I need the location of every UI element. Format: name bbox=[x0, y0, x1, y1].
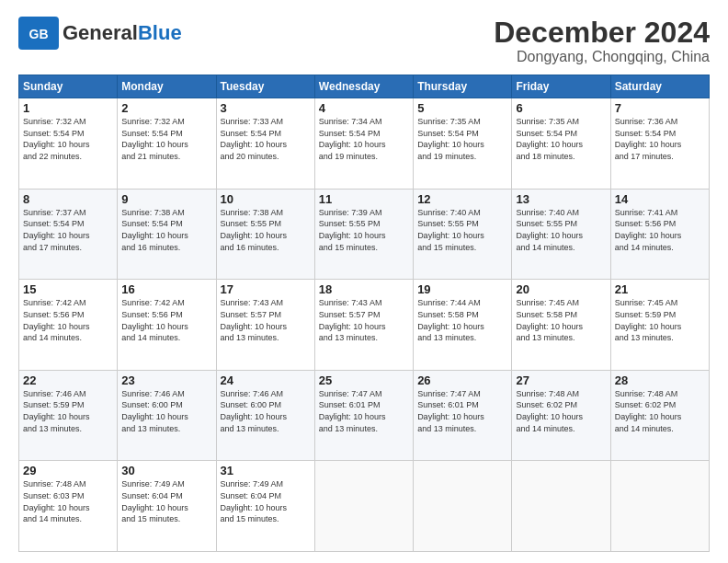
day-info: Sunrise: 7:44 AM Sunset: 5:58 PM Dayligh… bbox=[417, 297, 507, 343]
day-number: 18 bbox=[319, 282, 409, 296]
day-info: Sunrise: 7:41 AM Sunset: 5:56 PM Dayligh… bbox=[615, 207, 705, 253]
calendar-cell: 16Sunrise: 7:42 AM Sunset: 5:56 PM Dayli… bbox=[118, 280, 216, 371]
day-info: Sunrise: 7:43 AM Sunset: 5:57 PM Dayligh… bbox=[221, 297, 311, 343]
calendar-cell: 1Sunrise: 7:32 AM Sunset: 5:54 PM Daylig… bbox=[19, 98, 118, 190]
calendar-cell: 11Sunrise: 7:39 AM Sunset: 5:55 PM Dayli… bbox=[314, 189, 413, 280]
calendar-cell: 31Sunrise: 7:49 AM Sunset: 6:04 PM Dayli… bbox=[216, 461, 314, 552]
header: GB GeneralBlue December 2024 Dongyang, C… bbox=[18, 17, 710, 65]
calendar-cell: 20Sunrise: 7:45 AM Sunset: 5:58 PM Dayli… bbox=[512, 280, 610, 371]
calendar-header: Sunday Monday Tuesday Wednesday Thursday… bbox=[19, 75, 710, 98]
day-number: 24 bbox=[221, 373, 311, 387]
day-number: 13 bbox=[516, 192, 606, 206]
day-number: 26 bbox=[417, 373, 507, 387]
calendar-week-3: 15Sunrise: 7:42 AM Sunset: 5:56 PM Dayli… bbox=[19, 280, 710, 371]
logo-general: General bbox=[63, 21, 138, 44]
calendar-cell: 24Sunrise: 7:46 AM Sunset: 6:00 PM Dayli… bbox=[216, 370, 314, 461]
calendar-cell: 29Sunrise: 7:48 AM Sunset: 6:03 PM Dayli… bbox=[19, 461, 118, 552]
day-number: 22 bbox=[23, 373, 113, 387]
day-info: Sunrise: 7:35 AM Sunset: 5:54 PM Dayligh… bbox=[516, 116, 606, 162]
day-info: Sunrise: 7:36 AM Sunset: 5:54 PM Dayligh… bbox=[615, 116, 705, 162]
calendar-cell bbox=[314, 461, 413, 552]
day-info: Sunrise: 7:46 AM Sunset: 6:00 PM Dayligh… bbox=[121, 388, 211, 434]
day-number: 6 bbox=[516, 101, 606, 115]
day-info: Sunrise: 7:46 AM Sunset: 6:00 PM Dayligh… bbox=[221, 388, 311, 434]
day-info: Sunrise: 7:42 AM Sunset: 5:56 PM Dayligh… bbox=[121, 297, 211, 343]
day-info: Sunrise: 7:37 AM Sunset: 5:54 PM Dayligh… bbox=[23, 207, 113, 253]
calendar-cell: 27Sunrise: 7:48 AM Sunset: 6:02 PM Dayli… bbox=[512, 370, 610, 461]
day-info: Sunrise: 7:48 AM Sunset: 6:02 PM Dayligh… bbox=[615, 388, 705, 434]
day-info: Sunrise: 7:35 AM Sunset: 5:54 PM Dayligh… bbox=[417, 116, 507, 162]
calendar-cell: 22Sunrise: 7:46 AM Sunset: 5:59 PM Dayli… bbox=[19, 370, 118, 461]
day-number: 20 bbox=[516, 282, 606, 296]
day-number: 30 bbox=[121, 464, 211, 477]
day-number: 10 bbox=[221, 192, 311, 206]
day-number: 15 bbox=[23, 282, 113, 296]
calendar-cell: 18Sunrise: 7:43 AM Sunset: 5:57 PM Dayli… bbox=[314, 280, 413, 371]
page: GB GeneralBlue December 2024 Dongyang, C… bbox=[0, 0, 728, 563]
calendar-cell: 12Sunrise: 7:40 AM Sunset: 5:55 PM Dayli… bbox=[414, 189, 512, 280]
day-number: 4 bbox=[319, 101, 409, 115]
day-number: 1 bbox=[23, 101, 113, 115]
calendar-cell: 6Sunrise: 7:35 AM Sunset: 5:54 PM Daylig… bbox=[512, 98, 610, 190]
day-info: Sunrise: 7:38 AM Sunset: 5:54 PM Dayligh… bbox=[121, 207, 211, 253]
calendar-cell: 14Sunrise: 7:41 AM Sunset: 5:56 PM Dayli… bbox=[610, 189, 709, 280]
day-info: Sunrise: 7:48 AM Sunset: 6:03 PM Dayligh… bbox=[23, 478, 113, 524]
day-info: Sunrise: 7:49 AM Sunset: 6:04 PM Dayligh… bbox=[121, 478, 211, 524]
day-info: Sunrise: 7:47 AM Sunset: 6:01 PM Dayligh… bbox=[417, 388, 507, 434]
day-number: 25 bbox=[319, 373, 409, 387]
day-number: 31 bbox=[221, 464, 311, 477]
calendar-cell: 5Sunrise: 7:35 AM Sunset: 5:54 PM Daylig… bbox=[414, 98, 512, 190]
day-info: Sunrise: 7:45 AM Sunset: 5:59 PM Dayligh… bbox=[615, 297, 705, 343]
calendar-cell: 7Sunrise: 7:36 AM Sunset: 5:54 PM Daylig… bbox=[610, 98, 709, 190]
calendar-cell: 3Sunrise: 7:33 AM Sunset: 5:54 PM Daylig… bbox=[216, 98, 314, 190]
title-block: December 2024 Dongyang, Chongqing, China bbox=[494, 17, 710, 65]
svg-text:GB: GB bbox=[29, 27, 49, 41]
calendar-table: Sunday Monday Tuesday Wednesday Thursday… bbox=[18, 75, 710, 552]
day-info: Sunrise: 7:43 AM Sunset: 5:57 PM Dayligh… bbox=[319, 297, 409, 343]
day-number: 9 bbox=[121, 192, 211, 206]
calendar-week-4: 22Sunrise: 7:46 AM Sunset: 5:59 PM Dayli… bbox=[19, 370, 710, 461]
day-info: Sunrise: 7:33 AM Sunset: 5:54 PM Dayligh… bbox=[221, 116, 311, 162]
col-wednesday: Wednesday bbox=[314, 75, 413, 98]
day-info: Sunrise: 7:40 AM Sunset: 5:55 PM Dayligh… bbox=[516, 207, 606, 253]
day-number: 16 bbox=[121, 282, 211, 296]
day-number: 17 bbox=[221, 282, 311, 296]
calendar-cell: 9Sunrise: 7:38 AM Sunset: 5:54 PM Daylig… bbox=[118, 189, 216, 280]
day-info: Sunrise: 7:46 AM Sunset: 5:59 PM Dayligh… bbox=[23, 388, 113, 434]
calendar-cell: 8Sunrise: 7:37 AM Sunset: 5:54 PM Daylig… bbox=[19, 189, 118, 280]
col-saturday: Saturday bbox=[610, 75, 709, 98]
calendar-cell bbox=[414, 461, 512, 552]
calendar-cell: 13Sunrise: 7:40 AM Sunset: 5:55 PM Dayli… bbox=[512, 189, 610, 280]
calendar-cell: 10Sunrise: 7:38 AM Sunset: 5:55 PM Dayli… bbox=[216, 189, 314, 280]
day-number: 2 bbox=[121, 101, 211, 115]
day-number: 7 bbox=[615, 101, 705, 115]
calendar-cell: 15Sunrise: 7:42 AM Sunset: 5:56 PM Dayli… bbox=[19, 280, 118, 371]
day-number: 8 bbox=[23, 192, 113, 206]
calendar-cell: 21Sunrise: 7:45 AM Sunset: 5:59 PM Dayli… bbox=[610, 280, 709, 371]
calendar-cell: 19Sunrise: 7:44 AM Sunset: 5:58 PM Dayli… bbox=[414, 280, 512, 371]
day-number: 12 bbox=[417, 192, 507, 206]
calendar-cell: 30Sunrise: 7:49 AM Sunset: 6:04 PM Dayli… bbox=[118, 461, 216, 552]
logo-icon: GB bbox=[18, 17, 59, 50]
calendar-cell: 23Sunrise: 7:46 AM Sunset: 6:00 PM Dayli… bbox=[118, 370, 216, 461]
col-monday: Monday bbox=[118, 75, 216, 98]
calendar-cell: 26Sunrise: 7:47 AM Sunset: 6:01 PM Dayli… bbox=[414, 370, 512, 461]
calendar-cell bbox=[610, 461, 709, 552]
calendar-cell: 25Sunrise: 7:47 AM Sunset: 6:01 PM Dayli… bbox=[314, 370, 413, 461]
day-info: Sunrise: 7:32 AM Sunset: 5:54 PM Dayligh… bbox=[23, 116, 113, 162]
day-info: Sunrise: 7:45 AM Sunset: 5:58 PM Dayligh… bbox=[516, 297, 606, 343]
day-info: Sunrise: 7:49 AM Sunset: 6:04 PM Dayligh… bbox=[221, 478, 311, 524]
day-info: Sunrise: 7:40 AM Sunset: 5:55 PM Dayligh… bbox=[417, 207, 507, 253]
calendar-cell: 4Sunrise: 7:34 AM Sunset: 5:54 PM Daylig… bbox=[314, 98, 413, 190]
calendar-cell: 28Sunrise: 7:48 AM Sunset: 6:02 PM Dayli… bbox=[610, 370, 709, 461]
day-info: Sunrise: 7:38 AM Sunset: 5:55 PM Dayligh… bbox=[221, 207, 311, 253]
day-info: Sunrise: 7:34 AM Sunset: 5:54 PM Dayligh… bbox=[319, 116, 409, 162]
calendar-week-1: 1Sunrise: 7:32 AM Sunset: 5:54 PM Daylig… bbox=[19, 98, 710, 190]
day-info: Sunrise: 7:39 AM Sunset: 5:55 PM Dayligh… bbox=[319, 207, 409, 253]
day-number: 19 bbox=[417, 282, 507, 296]
calendar-cell bbox=[512, 461, 610, 552]
day-number: 23 bbox=[121, 373, 211, 387]
day-number: 3 bbox=[221, 101, 311, 115]
calendar-week-2: 8Sunrise: 7:37 AM Sunset: 5:54 PM Daylig… bbox=[19, 189, 710, 280]
day-number: 29 bbox=[23, 464, 113, 477]
